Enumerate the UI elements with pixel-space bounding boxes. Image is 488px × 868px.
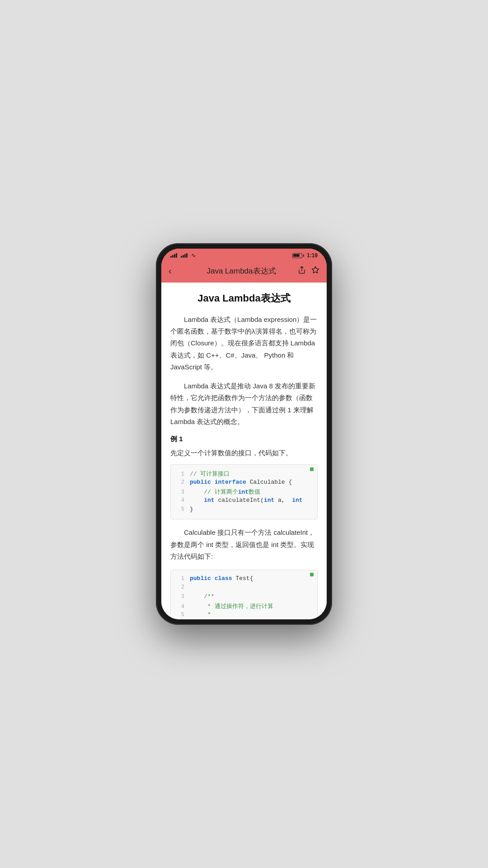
signal-bars-2	[181, 253, 188, 258]
code-corner-dot-2	[310, 573, 314, 576]
status-time: 1:19	[307, 252, 318, 259]
article-para1: Lambda 表达式（Lambda expression）是一个匿名函数，基于数…	[170, 314, 318, 373]
code2-line-2: 2	[171, 584, 317, 593]
battery-tip	[303, 255, 304, 257]
bar4	[176, 253, 177, 258]
code-line-2: 2 public interface Calculable {	[171, 478, 317, 487]
status-left: ∿	[170, 252, 196, 259]
status-bar: ∿ 1:19	[161, 249, 327, 261]
battery-body	[292, 253, 302, 258]
nav-bar: ‹ Java Lambda表达式	[161, 261, 327, 283]
bar8	[186, 253, 188, 258]
bar1	[170, 256, 172, 258]
code2-line-1: 1 public class Test{	[171, 575, 317, 584]
bar3	[174, 254, 175, 258]
back-button[interactable]: ‹	[169, 266, 185, 276]
battery-fill	[293, 254, 300, 257]
article-para3: Calculable 接口只有一个方法 calculateInt，参数是两个 i…	[170, 527, 318, 562]
example-label: 例 1	[170, 435, 318, 443]
battery-icon	[292, 253, 304, 258]
bookmark-icon[interactable]	[311, 266, 319, 276]
code2-line-3: 3 /**	[171, 593, 317, 602]
nav-icons	[298, 266, 319, 276]
signal-bars-1	[170, 253, 177, 258]
nav-title: Java Lambda表达式	[185, 266, 298, 276]
code-line-3: 3 // 计算两个int数值	[171, 487, 317, 496]
code-line-4: 4 int calculateInt(int a, int	[171, 496, 317, 505]
code-block-2: 1 public class Test{ 2 3 /** 4 * 通过操作符，进…	[170, 570, 318, 619]
code-corner-dot-1	[310, 467, 314, 471]
code-block-1: 1 // 可计算接口 2 public interface Calculable…	[170, 464, 318, 519]
code-line-5: 5 }	[171, 505, 317, 514]
svg-marker-1	[312, 267, 319, 273]
code2-line-4: 4 * 通过操作符，进行计算	[171, 602, 317, 611]
phone-screen: ∿ 1:19 ‹ Java Lambda表达式	[161, 249, 327, 619]
article-para2: Lambda 表达式是推动 Java 8 发布的重要新特性，它允许把函数作为一个…	[170, 380, 318, 428]
bar6	[183, 255, 184, 258]
share-icon[interactable]	[298, 266, 306, 276]
article-content: Java Lambda表达式 Lambda 表达式（Lambda express…	[161, 283, 327, 619]
bar7	[184, 254, 186, 258]
wifi-icon: ∿	[191, 252, 196, 259]
bar2	[172, 255, 174, 258]
article-title: Java Lambda表达式	[170, 292, 318, 306]
status-right: 1:19	[292, 252, 318, 259]
code-line-1: 1 // 可计算接口	[171, 469, 317, 478]
code2-line-5: 5 *	[171, 611, 317, 619]
phone-frame: ∿ 1:19 ‹ Java Lambda表达式	[156, 243, 332, 625]
bar5	[181, 256, 182, 258]
example-desc: 先定义一个计算数值的接口，代码如下。	[170, 447, 318, 459]
